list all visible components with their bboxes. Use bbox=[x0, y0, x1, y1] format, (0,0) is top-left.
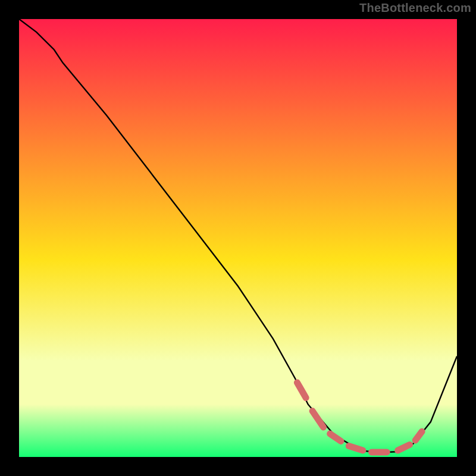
gradient-background bbox=[19, 19, 457, 457]
watermark-text: TheBottleneck.com bbox=[359, 1, 471, 15]
dash-segment bbox=[349, 446, 363, 450]
chart-svg bbox=[19, 19, 457, 457]
plot-area bbox=[19, 19, 457, 457]
chart-frame: TheBottleneck.com bbox=[0, 0, 476, 476]
